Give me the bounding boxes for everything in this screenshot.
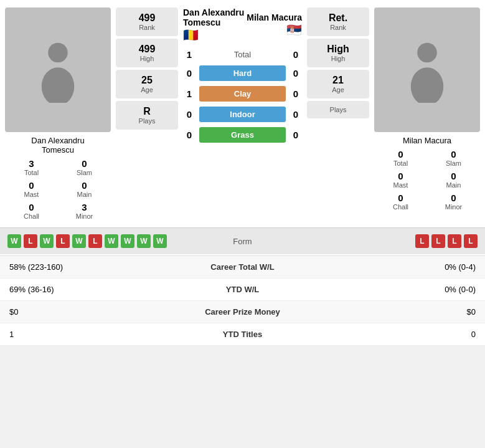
left-rank-label: Rank [118,24,176,31]
ytd-wl-row: 69% (36-16) YTD W/L 0% (0-0) [0,279,485,301]
right-player-photo: Milan Macura 0 Total 0 Slam 0 Mast 0 Mai… [374,7,480,220]
left-total-value: 3 [9,158,54,169]
svg-point-0 [48,42,68,62]
left-high-label: High [118,55,176,62]
right-form-badge-2: L [431,234,445,248]
left-stats-card: 499 Rank 499 High 25 Age R Plays [116,7,178,220]
total-label: Total [199,50,286,59]
hard-score-row: 0 Hard 0 [183,65,302,81]
left-minor-label: Minor [62,212,107,220]
left-slam-label: Slam [62,169,107,176]
left-form: W L W L W L W W W W [7,234,205,248]
right-form-badge-3: L [448,234,461,248]
left-form-badge-1: W [7,234,21,248]
indoor-score-row: 0 Indoor 0 [183,107,302,122]
right-player-flag: 🇷🇸 [247,22,302,37]
left-career-wl: 58% (223-160) [9,262,181,272]
career-wl-label: Career Total W/L [181,262,305,272]
right-grass-score: 0 [290,130,302,140]
left-player-photo: Dan AlexandruTomescu 3 Total 0 Slam 0 Ma… [5,7,111,220]
right-chall-value: 0 [378,193,423,203]
ytd-wl-label: YTD W/L [181,285,305,294]
left-clay-score: 1 [183,88,195,99]
bottom-stats-section: 58% (223-160) Career Total W/L 0% (0-4) … [0,255,485,346]
left-form-badge-8: W [121,234,134,248]
left-main-value: 0 [62,180,107,191]
left-mast-value: 0 [9,180,54,191]
right-form-badge-1: L [415,234,429,248]
center-scores: Dan AlexandruTomescu 🇷🇴 Milan Macura 🇷🇸 … [183,7,302,220]
right-player-name: Milan Macura [374,136,480,145]
right-plays-label: Plays [309,106,367,113]
left-total-score: 1 [183,49,195,60]
right-minor-value: 0 [431,193,476,203]
left-chall-label: Chall [9,212,54,220]
left-player-name: Dan AlexandruTomescu [5,136,111,155]
right-total-value: 0 [378,149,423,160]
right-stats-card: Ret. Rank High High 21 Age Plays [307,7,369,220]
left-main-label: Main [62,191,107,198]
indoor-surface-btn: Indoor [199,107,286,122]
form-section: W L W L W L W W W W Form L L L L [0,227,485,254]
left-player-header-name: Dan AlexandruTomescu [183,7,244,27]
left-form-badge-5: W [72,234,86,248]
right-total-label: Total [378,160,423,167]
right-ytd-titles: 0 [305,330,476,339]
prize-label: Career Prize Money [181,307,305,317]
svg-point-2 [417,42,437,62]
left-high-value: 499 [118,44,176,55]
right-indoor-score: 0 [290,109,302,120]
right-hard-score: 0 [290,68,302,79]
left-plays-value: R [118,106,176,117]
left-minor-value: 3 [62,202,107,212]
left-plays-label: Plays [118,117,176,125]
right-total-score: 0 [290,49,302,60]
right-prize: $0 [305,307,476,317]
left-form-badge-10: W [153,234,167,248]
left-form-badge-9: W [137,234,151,248]
grass-score-row: 0 Grass 0 [183,127,302,143]
left-grass-score: 0 [183,130,195,140]
right-slam-value: 0 [431,149,476,160]
career-wl-row: 58% (223-160) Career Total W/L 0% (0-4) [0,256,485,279]
left-form-badge-4: L [56,234,70,248]
left-form-badge-2: L [24,234,37,248]
clay-surface-btn: Clay [199,86,286,102]
right-age-value: 21 [309,75,367,86]
left-form-badge-6: L [88,234,102,248]
ytd-titles-label: YTD Titles [181,330,305,339]
left-form-badge-3: W [40,234,54,248]
left-rank-value: 499 [118,12,176,24]
left-chall-value: 0 [9,202,54,212]
left-form-badge-7: W [105,234,118,248]
prize-money-row: $0 Career Prize Money $0 [0,301,485,323]
grass-surface-btn: Grass [199,127,286,143]
right-rank-value: Ret. [309,12,367,24]
left-indoor-score: 0 [183,109,195,120]
svg-point-3 [411,67,444,103]
left-ytd-titles: 1 [9,330,181,339]
left-ytd-wl: 69% (36-16) [9,285,181,294]
right-slam-label: Slam [431,160,476,167]
form-label: Form [205,237,280,246]
right-main-label: Main [431,181,476,189]
left-age-label: Age [118,86,176,93]
right-mast-value: 0 [378,171,423,181]
right-career-wl: 0% (0-4) [305,262,476,272]
svg-point-1 [42,67,75,103]
left-prize: $0 [9,307,181,317]
right-main-value: 0 [431,171,476,181]
right-clay-score: 0 [290,88,302,99]
right-age-label: Age [309,86,367,93]
right-ytd-wl: 0% (0-0) [305,285,476,294]
left-slam-value: 0 [62,158,107,169]
ytd-titles-row: 1 YTD Titles 0 [0,323,485,346]
right-form: L L L L [280,234,478,248]
right-form-badge-4: L [464,234,478,248]
left-total-label: Total [9,169,54,176]
right-minor-label: Minor [431,203,476,211]
left-hard-score: 0 [183,68,195,79]
left-player-flag: 🇷🇴 [183,27,244,42]
right-chall-label: Chall [378,203,423,211]
right-rank-label: Rank [309,24,367,31]
